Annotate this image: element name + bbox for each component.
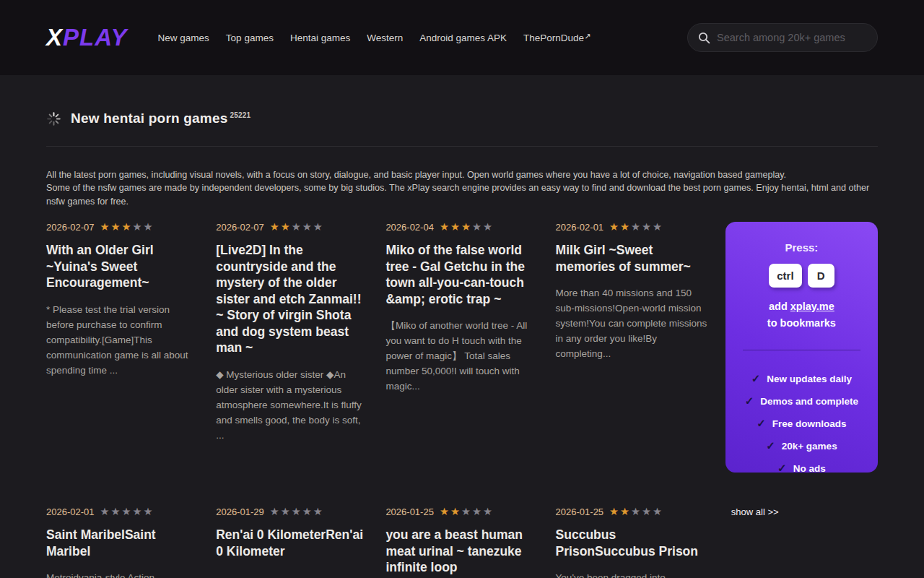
game-description: You've been dragged into...: [556, 570, 708, 578]
card-meta: 2026-02-07★★★★★: [46, 222, 199, 233]
star-rating: ★★★★★: [440, 222, 494, 233]
promo-feature-item: ✓20k+ games: [738, 439, 865, 452]
checkmark-icon: ✓: [745, 394, 754, 407]
feature-label: Demos and complete: [760, 396, 858, 407]
star-filled-icon: ★: [270, 221, 281, 233]
press-label: Press:: [738, 241, 865, 254]
star-filled-icon: ★: [609, 506, 620, 517]
loading-spinner-icon: [46, 111, 61, 126]
card-meta: 2026-02-07★★★★★: [216, 222, 368, 233]
header: XPLAY New gamesTop gamesHentai gamesWest…: [0, 0, 924, 75]
game-description: * Please test the trial version before p…: [46, 302, 199, 378]
nav-item-theporndude[interactable]: ThePornDude↗: [523, 33, 590, 43]
checkmark-icon: ✓: [757, 417, 766, 430]
star-filled-icon: ★: [620, 506, 631, 517]
game-description: ◆ Mysterious older sister ◆An older sist…: [216, 367, 368, 443]
star-empty-icon: ★: [653, 221, 663, 233]
game-card: 2026-02-07★★★★★[Live2D] In the countrysi…: [216, 222, 368, 443]
game-title-link[interactable]: Milk Girl ~Sweet memories of summer~: [556, 242, 708, 275]
star-empty-icon: ★: [144, 221, 154, 233]
star-filled-icon: ★: [440, 221, 450, 233]
xplay-me-link[interactable]: xplay.me: [790, 301, 834, 312]
game-title-link[interactable]: you are a beast human meat urinal ~ tane…: [385, 527, 538, 576]
star-filled-icon: ★: [609, 221, 620, 233]
star-rating: ★★★★★: [609, 222, 663, 233]
game-date: 2026-02-07: [46, 222, 95, 233]
game-card: 2026-02-01★★★★★Milk Girl ~Sweet memories…: [556, 222, 708, 361]
game-title-link[interactable]: Miko of the false world tree - Gal Getch…: [385, 242, 538, 307]
main-nav: New gamesTop gamesHentai gamesWesternAnd…: [158, 33, 591, 43]
key-combo: ctrlD: [738, 264, 865, 288]
star-empty-icon: ★: [461, 506, 472, 517]
game-card: 2026-01-25★★★★★you are a beast human mea…: [385, 506, 538, 576]
star-rating: ★★★★★: [270, 506, 324, 517]
intro-text: All the latest porn games, including vis…: [46, 168, 878, 208]
star-empty-icon: ★: [631, 221, 642, 233]
search-input[interactable]: [717, 32, 867, 43]
promo-divider: [743, 350, 860, 350]
game-date: 2026-01-29: [216, 506, 264, 517]
star-filled-icon: ★: [100, 221, 111, 233]
star-empty-icon: ★: [313, 506, 324, 517]
feature-label: No ads: [793, 463, 826, 474]
checkmark-icon: ✓: [777, 462, 787, 475]
nav-item-top-games[interactable]: Top games: [226, 33, 274, 43]
bookmark-instruction: add xplay.me to bookmarks: [738, 298, 865, 332]
search-bar[interactable]: [687, 23, 878, 52]
star-empty-icon: ★: [133, 221, 144, 233]
promo-feature-item: ✓Demos and complete: [738, 394, 865, 407]
card-meta: 2026-01-25★★★★★: [385, 506, 538, 517]
game-title-link[interactable]: Succubus PrisonSuccubus Prison: [556, 527, 708, 559]
game-date: 2026-02-07: [216, 222, 264, 233]
star-empty-icon: ★: [292, 221, 302, 233]
feature-label: New updates daily: [767, 374, 852, 384]
keycap-d: D: [808, 264, 834, 288]
star-empty-icon: ★: [270, 506, 281, 517]
star-rating: ★★★★★: [270, 222, 324, 233]
game-date: 2026-01-25: [385, 506, 434, 517]
feature-label: Free downloads: [772, 418, 847, 429]
site-logo[interactable]: XPLAY: [46, 24, 128, 51]
nav-item-new-games[interactable]: New games: [158, 33, 209, 43]
game-date: 2026-01-25: [556, 506, 604, 517]
star-empty-icon: ★: [122, 506, 133, 517]
star-empty-icon: ★: [642, 506, 653, 517]
to-bookmarks-text: to bookmarks: [767, 317, 836, 329]
game-title-link[interactable]: Saint MaribelSaint Maribel: [46, 527, 199, 559]
star-empty-icon: ★: [313, 221, 324, 233]
games-row-1: 2026-02-07★★★★★With an Older Girl ~Yuina…: [46, 222, 878, 506]
card-meta: 2026-02-01★★★★★: [556, 222, 708, 233]
star-filled-icon: ★: [461, 221, 472, 233]
game-title-link[interactable]: With an Older Girl ~Yuina's Sweet Encour…: [46, 242, 199, 291]
star-empty-icon: ★: [281, 506, 292, 517]
star-filled-icon: ★: [450, 506, 461, 517]
star-empty-icon: ★: [133, 506, 144, 517]
promo-feature-item: ✓New updates daily: [738, 372, 865, 385]
game-card: 2026-01-25★★★★★Succubus PrisonSuccubus P…: [556, 506, 708, 578]
star-filled-icon: ★: [122, 221, 133, 233]
keycap-ctrl: ctrl: [769, 264, 801, 288]
star-rating: ★★★★★: [100, 506, 154, 517]
intro-line-2: Some of the nsfw games are made by indep…: [46, 183, 869, 206]
nav-item-western[interactable]: Western: [367, 33, 403, 43]
game-title-link[interactable]: Ren'ai 0 KilometerRen'ai 0 Kilometer: [216, 527, 368, 559]
star-rating: ★★★★★: [609, 506, 663, 517]
game-description: 【Miko of another world tree - All you wa…: [385, 318, 538, 394]
nav-item-hentai-games[interactable]: Hentai games: [290, 33, 350, 43]
game-title-link[interactable]: [Live2D] In the countryside and the myst…: [216, 242, 368, 356]
card-meta: 2026-02-04★★★★★: [385, 222, 538, 233]
game-card: 2026-02-01★★★★★Saint MaribelSaint Maribe…: [46, 506, 199, 578]
search-icon: [698, 32, 710, 44]
game-description: More than 40 missions and 150 sub-missio…: [556, 285, 708, 361]
nav-item-android-games-apk[interactable]: Android games APK: [419, 33, 507, 43]
add-text: add: [769, 301, 788, 312]
games-count-badge: 25221: [230, 111, 250, 119]
page-title: New hentai porn games25221: [71, 111, 250, 126]
game-date: 2026-02-01: [556, 222, 604, 233]
star-filled-icon: ★: [281, 221, 292, 233]
show-all-link[interactable]: show all >>: [731, 506, 779, 517]
game-card: 2026-01-29★★★★★Ren'ai 0 KilometerRen'ai …: [216, 506, 368, 559]
main-content: New hentai porn games25221 All the lates…: [0, 111, 924, 578]
star-filled-icon: ★: [450, 221, 461, 233]
star-empty-icon: ★: [111, 506, 122, 517]
